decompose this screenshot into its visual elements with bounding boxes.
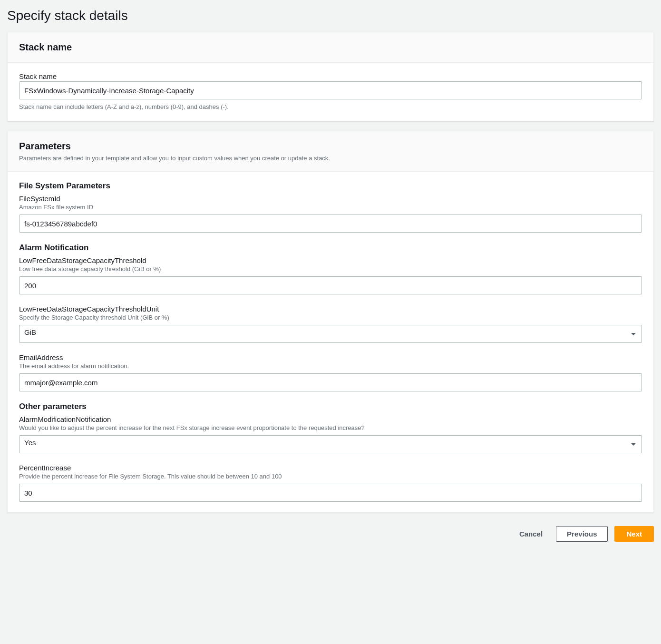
alarm-mod-notification-label: AlarmModificationNotification bbox=[19, 415, 642, 423]
lowfree-threshold-input[interactable] bbox=[19, 276, 642, 294]
other-parameters-heading: Other parameters bbox=[19, 402, 642, 411]
parameters-panel-header: Parameters Parameters are defined in you… bbox=[8, 131, 653, 172]
cancel-button[interactable]: Cancel bbox=[513, 526, 549, 542]
stack-name-panel-body: Stack name Stack name can include letter… bbox=[8, 63, 653, 121]
lowfree-threshold-unit-label: LowFreeDataStorageCapacityThresholdUnit bbox=[19, 305, 642, 313]
previous-button[interactable]: Previous bbox=[556, 526, 608, 542]
lowfree-threshold-label: LowFreeDataStorageCapacityThreshold bbox=[19, 256, 642, 264]
lowfree-threshold-unit-group: LowFreeDataStorageCapacityThresholdUnit … bbox=[19, 305, 642, 343]
percent-increase-input[interactable] bbox=[19, 484, 642, 502]
filesystemid-label: FileSystemId bbox=[19, 195, 642, 203]
email-address-group: EmailAddress The email address for alarm… bbox=[19, 353, 642, 391]
alarm-mod-notification-select-wrap: Yes bbox=[19, 435, 642, 453]
stack-name-panel-header: Stack name bbox=[8, 32, 653, 63]
parameters-subtext: Parameters are defined in your template … bbox=[19, 155, 642, 162]
alarm-mod-notification-select[interactable]: Yes bbox=[19, 435, 642, 453]
alarm-mod-notification-help: Would you like to adjust the percent inc… bbox=[19, 424, 642, 431]
footer-buttons: Cancel Previous Next bbox=[2, 522, 659, 546]
stack-name-heading: Stack name bbox=[19, 42, 642, 53]
lowfree-threshold-unit-help: Specify the Storage Capacity threshold U… bbox=[19, 314, 642, 321]
next-button[interactable]: Next bbox=[614, 526, 654, 542]
stack-name-label: Stack name bbox=[19, 72, 642, 80]
alarm-notification-heading: Alarm Notification bbox=[19, 243, 642, 253]
stack-name-input[interactable] bbox=[19, 81, 642, 99]
stack-name-help: Stack name can include letters (A-Z and … bbox=[19, 103, 642, 110]
file-system-parameters-group: File System Parameters FileSystemId Amaz… bbox=[19, 181, 642, 233]
lowfree-threshold-unit-select[interactable]: GiB bbox=[19, 325, 642, 343]
lowfree-threshold-help: Low free data storage capacity threshold… bbox=[19, 265, 642, 273]
email-address-input[interactable] bbox=[19, 373, 642, 391]
filesystemid-help: Amazon FSx file system ID bbox=[19, 204, 642, 211]
email-address-label: EmailAddress bbox=[19, 353, 642, 361]
stack-name-field-group: Stack name Stack name can include letter… bbox=[19, 72, 642, 110]
email-address-help: The email address for alarm notification… bbox=[19, 362, 642, 370]
other-parameters-group: Other parameters AlarmModificationNotifi… bbox=[19, 402, 642, 453]
page-container: Specify stack details Stack name Stack n… bbox=[0, 0, 661, 555]
lowfree-threshold-unit-select-wrap: GiB bbox=[19, 325, 642, 343]
file-system-parameters-heading: File System Parameters bbox=[19, 181, 642, 191]
parameters-panel: Parameters Parameters are defined in you… bbox=[7, 131, 654, 513]
stack-name-panel: Stack name Stack name Stack name can inc… bbox=[7, 32, 654, 121]
page-title: Specify stack details bbox=[2, 2, 659, 32]
filesystemid-input[interactable] bbox=[19, 215, 642, 233]
parameters-heading: Parameters bbox=[19, 141, 642, 152]
alarm-notification-group: Alarm Notification LowFreeDataStorageCap… bbox=[19, 243, 642, 294]
percent-increase-label: PercentIncrease bbox=[19, 464, 642, 472]
parameters-panel-body: File System Parameters FileSystemId Amaz… bbox=[8, 172, 653, 512]
percent-increase-group: PercentIncrease Provide the percent incr… bbox=[19, 464, 642, 502]
percent-increase-help: Provide the percent increase for File Sy… bbox=[19, 473, 642, 480]
